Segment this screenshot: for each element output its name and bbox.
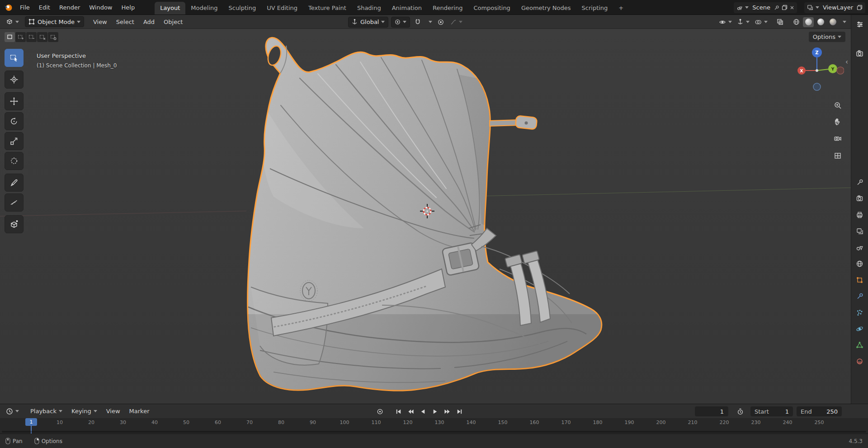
tab-view-layer[interactable] — [853, 224, 867, 238]
menu-edit[interactable]: Edit — [34, 0, 55, 14]
xray-toggle[interactable] — [775, 17, 785, 28]
tab-shading[interactable]: Shading — [352, 2, 387, 14]
tab-sculpting[interactable]: Sculpting — [223, 2, 261, 14]
end-frame-field[interactable]: End250 — [797, 406, 842, 416]
timeline-scrollbar[interactable] — [2, 431, 866, 433]
menu-playback[interactable]: Playback — [26, 408, 67, 415]
viewport-canvas[interactable]: User Perspective (1) Scene Collection | … — [0, 29, 851, 404]
shading-dropdown[interactable] — [840, 17, 847, 28]
viewport-options-button[interactable]: Options — [809, 32, 845, 42]
tool-move[interactable] — [5, 92, 24, 110]
tab-output[interactable] — [853, 208, 867, 222]
shading-solid-button[interactable] — [803, 17, 814, 27]
tab-texture-paint[interactable]: Texture Paint — [303, 2, 352, 14]
tab-material[interactable] — [853, 354, 867, 368]
tool-cursor[interactable] — [5, 71, 24, 89]
playhead-badge[interactable]: 1 — [25, 418, 37, 426]
properties-editor-icon[interactable] — [853, 18, 867, 31]
shading-material-button[interactable] — [815, 17, 826, 27]
add-workspace-button[interactable]: + — [613, 2, 629, 14]
tab-particles[interactable] — [853, 306, 867, 319]
tool-rotate[interactable] — [5, 112, 24, 130]
jump-to-start-button[interactable] — [393, 406, 404, 416]
jump-to-end-button[interactable] — [454, 406, 465, 416]
menu-timeline-view[interactable]: View — [102, 408, 125, 415]
select-mode-intersect[interactable] — [48, 32, 58, 42]
current-frame-field[interactable]: 1 — [695, 406, 728, 416]
tool-select-box[interactable] — [5, 49, 24, 67]
menu-file[interactable]: File — [15, 0, 34, 14]
editor-type-button[interactable] — [3, 16, 22, 27]
new-scene-icon[interactable] — [782, 5, 788, 10]
blender-logo[interactable] — [0, 0, 15, 14]
play-reverse-button[interactable] — [417, 406, 429, 416]
tab-object[interactable] — [853, 273, 867, 287]
tool-measure[interactable] — [5, 193, 24, 212]
menu-marker[interactable]: Marker — [125, 408, 154, 415]
snap-toggle[interactable] — [413, 17, 423, 28]
pin-icon[interactable] — [774, 5, 779, 10]
menu-render[interactable]: Render — [55, 0, 85, 14]
tab-layout[interactable]: Layout — [155, 2, 185, 14]
tool-transform[interactable] — [5, 152, 24, 170]
tool-add-cube[interactable] — [5, 215, 24, 233]
tab-world[interactable] — [853, 257, 867, 270]
shading-wireframe-button[interactable] — [791, 17, 802, 27]
menu-view[interactable]: View — [89, 19, 112, 25]
previous-keyframe-button[interactable] — [405, 406, 416, 416]
next-keyframe-button[interactable] — [442, 406, 453, 416]
menu-add[interactable]: Add — [139, 19, 159, 25]
menu-keying[interactable]: Keying — [67, 408, 102, 415]
tab-modifiers[interactable] — [853, 289, 867, 303]
use-preview-range-icon[interactable] — [735, 406, 746, 416]
select-mode-set[interactable] — [5, 32, 15, 42]
overlays-dropdown[interactable] — [753, 17, 769, 28]
start-frame-field[interactable]: Start1 — [750, 406, 793, 416]
zoom-tool-icon[interactable] — [832, 99, 844, 111]
tab-render[interactable] — [853, 192, 867, 205]
tab-rendering[interactable]: Rendering — [427, 2, 468, 14]
play-button[interactable] — [429, 406, 441, 416]
auto-keying-toggle[interactable] — [374, 406, 386, 416]
navigation-gizmo[interactable]: Z X Y — [793, 45, 844, 96]
tab-compositing[interactable]: Compositing — [468, 2, 516, 14]
menu-window[interactable]: Window — [85, 0, 117, 14]
tab-geometry-nodes[interactable]: Geometry Nodes — [516, 2, 576, 14]
viewlayer-browse-icon[interactable] — [807, 5, 819, 11]
tab-modeling[interactable]: Modeling — [185, 2, 223, 14]
menu-help[interactable]: Help — [117, 0, 140, 14]
gizmos-dropdown[interactable] — [735, 17, 751, 28]
pan-hand-icon[interactable] — [832, 116, 844, 127]
pivot-point-select[interactable] — [391, 17, 410, 28]
menu-select[interactable]: Select — [112, 19, 139, 25]
tab-object-data[interactable] — [853, 338, 867, 352]
tool-annotate[interactable] — [5, 174, 24, 192]
new-viewlayer-icon[interactable] — [857, 5, 863, 10]
timeline-ruler[interactable]: 1 10203040506070809010011012013014015016… — [0, 418, 868, 434]
scene-browse-icon[interactable] — [736, 5, 749, 11]
orthographic-toggle-icon[interactable] — [832, 150, 844, 161]
sidebar-expand-chevron[interactable]: ‹ — [844, 57, 850, 67]
tab-animation[interactable]: Animation — [387, 2, 427, 14]
tab-uv-editing[interactable]: UV Editing — [261, 2, 303, 14]
tab-scripting[interactable]: Scripting — [576, 2, 613, 14]
snap-settings-dropdown[interactable] — [425, 17, 433, 28]
timeline-editor-type-button[interactable] — [3, 406, 22, 417]
object-visibility-dropdown[interactable] — [717, 17, 734, 28]
scene-name[interactable]: Scene — [751, 4, 772, 11]
menu-object[interactable]: Object — [159, 19, 187, 25]
tool-scale[interactable] — [5, 132, 24, 150]
select-mode-invert[interactable] — [37, 32, 47, 42]
proportional-falloff-dropdown[interactable] — [448, 17, 464, 28]
render-camera-icon[interactable] — [853, 47, 867, 60]
select-mode-subtract[interactable] — [26, 32, 37, 42]
tab-scene[interactable] — [853, 241, 867, 254]
transform-orientation-select[interactable]: Global — [348, 17, 388, 28]
mode-select[interactable]: Object Mode — [25, 16, 84, 27]
tab-physics[interactable] — [853, 322, 867, 335]
shading-rendered-button[interactable] — [827, 17, 838, 27]
unlink-scene-icon[interactable] — [790, 5, 794, 10]
proportional-editing-toggle[interactable] — [436, 17, 446, 28]
camera-view-icon[interactable] — [832, 132, 844, 144]
viewlayer-name[interactable]: ViewLayer — [821, 4, 854, 11]
